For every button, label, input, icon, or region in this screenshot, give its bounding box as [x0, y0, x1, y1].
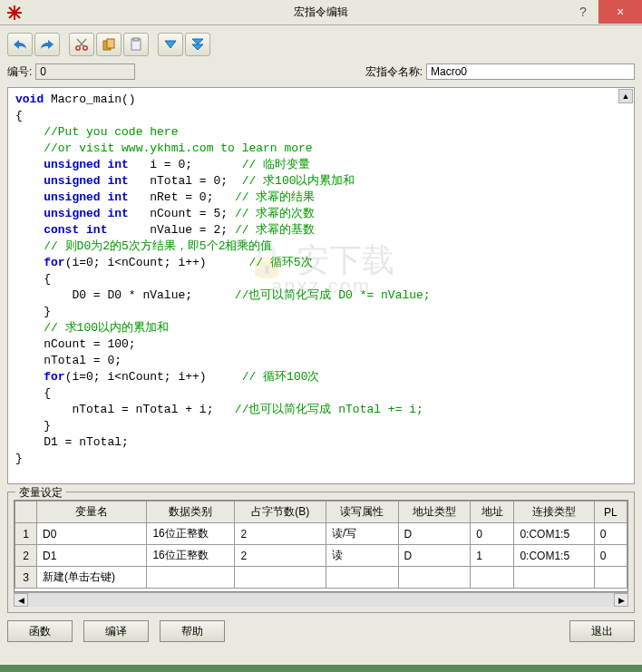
column-header[interactable]: 数据类别	[147, 502, 235, 523]
help-button-bottom[interactable]: 帮助	[160, 620, 225, 642]
id-row: 编号: 宏指令名称:	[7, 60, 635, 87]
table-row[interactable]: 1D016位正整数2读/写D00:COM1:50	[15, 523, 627, 545]
column-header[interactable]: PL	[594, 502, 627, 523]
column-header[interactable]: 读写属性	[326, 502, 398, 523]
code-editor[interactable]: ▲ void Macro_main(){ //Put you code here…	[7, 87, 635, 484]
copy-button[interactable]	[96, 33, 122, 56]
column-header[interactable]	[15, 502, 37, 523]
help-button[interactable]: ?	[568, 0, 598, 24]
variable-table[interactable]: 变量名数据类别占字节数(B)读写属性地址类型地址连接类型PL 1D016位正整数…	[15, 501, 627, 589]
function-button[interactable]: 函数	[7, 620, 73, 642]
column-header[interactable]: 变量名	[37, 502, 147, 523]
horizontal-scrollbar[interactable]: ◀ ▶	[14, 592, 628, 607]
id-label: 编号:	[7, 64, 32, 80]
button-row: 函数 编译 帮助 退出	[7, 613, 635, 644]
scroll-left-button[interactable]: ◀	[14, 593, 28, 607]
compile-button[interactable]: 编译	[83, 620, 149, 642]
macro-name-label: 宏指令名称:	[365, 64, 423, 80]
close-button[interactable]: ×	[598, 0, 642, 24]
table-row[interactable]: 3新建(单击右键)	[15, 567, 627, 589]
exit-button[interactable]: 退出	[569, 620, 635, 642]
system-icon	[7, 5, 22, 20]
variable-settings: 变量设定 变量名数据类别占字节数(B)读写属性地址类型地址连接类型PL 1D01…	[7, 492, 635, 613]
svg-rect-11	[133, 38, 139, 41]
column-header[interactable]: 连接类型	[514, 502, 594, 523]
redo-button[interactable]	[34, 33, 60, 56]
id-input	[35, 63, 135, 80]
cut-button[interactable]	[69, 33, 94, 56]
macro-name-input[interactable]	[426, 63, 635, 80]
undo-button[interactable]	[7, 33, 33, 56]
column-header[interactable]: 占字节数(B)	[235, 502, 326, 523]
column-header[interactable]: 地址类型	[398, 502, 471, 523]
scroll-right-button[interactable]: ▶	[614, 593, 628, 607]
toolbar	[7, 29, 635, 60]
scroll-up-button[interactable]: ▲	[618, 89, 633, 103]
column-header[interactable]: 地址	[471, 502, 514, 523]
paste-button[interactable]	[123, 33, 149, 56]
svg-rect-9	[107, 39, 114, 48]
window-title: 宏指令编辑	[294, 5, 348, 20]
table-row[interactable]: 2D116位正整数2读D10:COM1:50	[15, 545, 627, 567]
expand-button[interactable]	[158, 33, 183, 56]
title-bar: 宏指令编辑 ? ×	[0, 0, 642, 25]
variable-settings-label: 变量设定	[15, 485, 66, 501]
footer-bar	[0, 665, 642, 672]
collapse-button[interactable]	[185, 33, 210, 56]
